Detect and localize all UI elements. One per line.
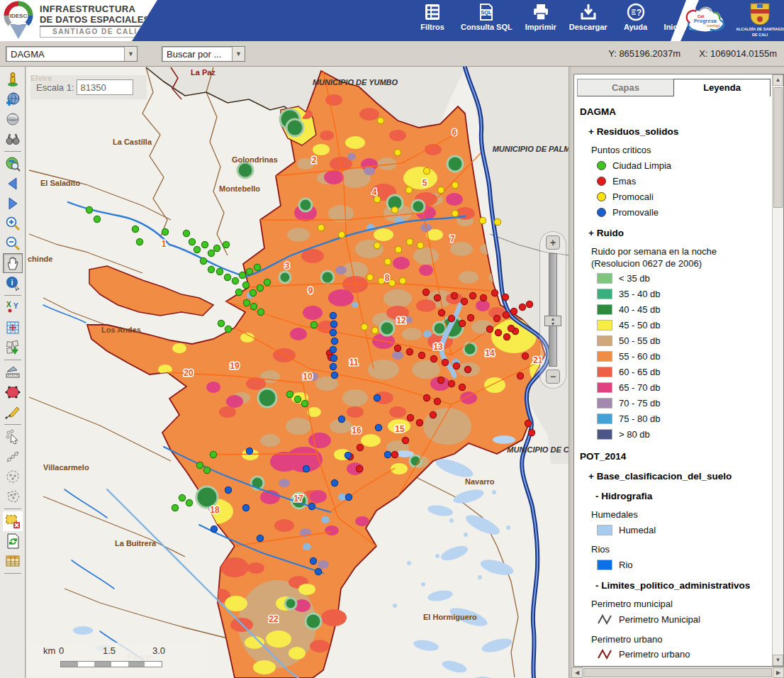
legend-service[interactable]: POT_2014	[580, 451, 771, 462]
add-globe-tool[interactable]	[3, 89, 23, 109]
scalebar-bar	[60, 661, 162, 667]
critical-point-red	[525, 420, 531, 426]
park-noise-spot	[299, 199, 312, 211]
coord-y: Y: 865196.2037m	[608, 48, 681, 59]
legend-swatch-square	[597, 367, 612, 377]
critical-point-green	[194, 246, 200, 252]
select-by-polygon-tool[interactable]	[3, 487, 23, 506]
panel-horizontal-scrollbar[interactable]: ◀ ▶	[571, 667, 784, 678]
critical-point-blue	[330, 355, 337, 361]
critical-point-green	[250, 289, 256, 296]
scroll-right-arrow-icon[interactable]: ▶	[773, 667, 784, 678]
horizontal-scroll-thumb[interactable]	[583, 668, 772, 677]
panel-vertical-scrollbar[interactable]: ▲ ▼	[772, 74, 783, 666]
legend-layer[interactable]: + Residuos_solidos	[588, 126, 771, 137]
critical-point-green	[250, 303, 257, 309]
extract-features-tool[interactable]	[3, 338, 23, 357]
legend-line: Perimetro Municipal	[597, 613, 771, 626]
noise-blob	[289, 647, 306, 660]
xy-coordinates-tool[interactable]: XY	[3, 298, 23, 318]
tab-leyenda[interactable]: Leyenda	[673, 79, 771, 96]
critical-point-red	[459, 320, 465, 326]
legend-service[interactable]: DAGMA	[580, 106, 771, 117]
map-canvas[interactable]: 12345678910111213141516171819202122 Elvi…	[26, 67, 569, 678]
brand-area: IDESC INFRAESTRUCTURA DE DATOS ESPACIALE…	[0, 0, 157, 41]
legend-group[interactable]: - Hidrografia	[595, 491, 771, 501]
critical-point-red	[459, 384, 465, 390]
zoom-out-tool[interactable]	[3, 233, 23, 253]
grid-crosshair-icon	[5, 320, 21, 335]
layer-select[interactable]: DAGMA ▼	[6, 46, 138, 62]
noise-blob	[347, 153, 356, 160]
critical-point-green	[189, 238, 195, 245]
noise-blob	[303, 306, 323, 320]
scale-input[interactable]	[77, 79, 133, 95]
clear-selection-tool[interactable]	[3, 511, 23, 531]
measure-distance-tool[interactable]	[3, 362, 23, 382]
park-noise-spot	[286, 119, 303, 136]
zoom-slider-track[interactable]	[549, 253, 557, 367]
critical-point-green	[257, 309, 264, 315]
locate-person-tool[interactable]	[3, 70, 23, 89]
select-by-point-tool[interactable]	[3, 427, 23, 447]
find-binoculars-tool[interactable]	[3, 129, 23, 149]
vertical-scroll-thumb[interactable]	[773, 87, 783, 208]
critical-point-blue	[375, 424, 381, 430]
critical-point-yellow	[377, 117, 383, 123]
center-map-tool[interactable]	[3, 318, 23, 338]
scroll-left-arrow-icon[interactable]: ◀	[571, 667, 583, 678]
previous-extent-tool[interactable]	[3, 174, 23, 194]
place-label: La Buitrera	[115, 539, 157, 548]
critical-point-green	[239, 272, 245, 278]
legend-label: Rio	[619, 560, 633, 570]
tools-divider	[4, 573, 21, 574]
critical-point-yellow	[417, 242, 423, 248]
comuna-label: 8	[385, 273, 390, 283]
critical-point-blue	[338, 416, 345, 422]
critical-point-green	[232, 277, 238, 284]
main-area: i XY	[0, 67, 784, 678]
legend-group[interactable]: - Limites_politico_administrativos	[595, 580, 771, 591]
descargar-button[interactable]: Descargar	[569, 3, 607, 31]
map-viewport[interactable]: 12345678910111213141516171819202122 Elvi…	[26, 67, 569, 678]
search-by-select[interactable]: Buscar por ... ▼	[162, 46, 245, 62]
consulta-sql-button[interactable]: SQL Consulta SQL	[461, 3, 513, 31]
critical-point-green	[132, 226, 138, 232]
draw-sketch-tool[interactable]	[3, 402, 23, 422]
measure-area-tool[interactable]	[3, 382, 23, 402]
critical-point-yellow	[378, 277, 384, 284]
full-extent-tool[interactable]	[3, 154, 23, 174]
tab-capas[interactable]: Capas	[577, 79, 673, 96]
coordinate-readout: Y: 865196.2037m X: 1069014.0155m	[608, 48, 777, 59]
scroll-down-arrow-icon[interactable]: ▼	[773, 655, 783, 666]
refresh-map-tool[interactable]	[3, 531, 23, 551]
zoom-slider-minus-button[interactable]: −	[546, 369, 560, 384]
select-by-line-tool[interactable]	[3, 447, 23, 467]
ayuda-button[interactable]: ? Ayuda	[620, 3, 651, 31]
zoom-slider-plus-button[interactable]: +	[546, 235, 560, 250]
noise-blob	[308, 433, 331, 448]
comuna-label: 15	[395, 424, 405, 434]
layer-select-arrow-icon[interactable]: ▼	[124, 47, 137, 61]
filtros-button[interactable]: Filtros	[417, 3, 448, 31]
polygon-area-icon	[5, 384, 21, 400]
legend-label: Ciudad Limpia	[612, 160, 671, 171]
legend-label: 40 - 45 db	[619, 304, 661, 315]
zoom-in-tool[interactable]	[3, 213, 23, 233]
legend-label: Humedal	[619, 525, 656, 535]
next-extent-tool[interactable]	[3, 194, 23, 213]
legend-layer[interactable]: + Base_clasificacion_del_suelo	[588, 471, 771, 482]
zoom-slider-thumb[interactable]: ▲▼	[544, 316, 561, 326]
legend-layer[interactable]: + Ruido	[588, 228, 771, 238]
legend-square: 35 - 40 db	[597, 288, 771, 301]
noise-blob	[274, 519, 294, 532]
imprimir-button[interactable]: Imprimir	[525, 3, 556, 31]
scroll-up-arrow-icon[interactable]: ▲	[773, 74, 783, 86]
search-by-arrow-icon[interactable]: ▼	[232, 47, 245, 61]
legend-caption: Puntos criticos	[591, 145, 771, 156]
pan-hand-tool[interactable]	[3, 253, 23, 273]
attribute-table-tool[interactable]	[3, 551, 23, 571]
earth-view-tool[interactable]	[3, 109, 23, 129]
identify-info-tool[interactable]: i	[3, 273, 23, 293]
select-by-circle-tool[interactable]	[3, 467, 23, 487]
